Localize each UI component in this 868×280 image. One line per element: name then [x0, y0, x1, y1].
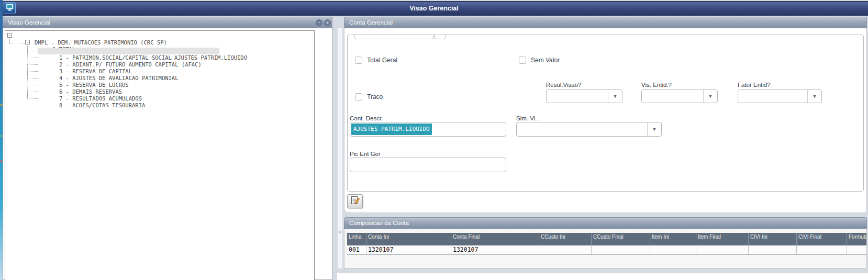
- conta-gerencial-header: Conta Gerencial: [344, 17, 867, 28]
- tree-item-6[interactable]: 6 - DEMAIS RESERVAS: [39, 82, 122, 88]
- tree-item-label: 8 - ACOES/COTAS TESOURARIA: [59, 102, 145, 108]
- grid-col-header: Formula: [847, 233, 867, 245]
- monitor-icon: [5, 3, 14, 14]
- vis-entid-combo[interactable]: ▼: [641, 89, 718, 103]
- grid-col-header: CIVI Final: [797, 233, 847, 245]
- cell-civi-final: [797, 245, 847, 254]
- composicao-header: Composicao da Conta: [344, 217, 867, 229]
- composicao-title: Composicao da Conta: [349, 220, 409, 226]
- cell-item-final: [696, 245, 749, 254]
- minimize-button[interactable]: –: [316, 19, 322, 26]
- left-panel-title: Visao Gerencial: [8, 19, 50, 26]
- composicao-body: Linha Conta Ini Conta Final CCusto Ini C…: [344, 229, 867, 268]
- visao-gerencial-window: Visao Gerencial Visao Gerencial – x: [0, 0, 868, 280]
- grid-col-header: Conta Ini: [366, 233, 451, 245]
- background-speck: [1, 160, 2, 162]
- tree-item-1-extra: AJUSTES PATRIM.LIQUIDO: [154, 48, 247, 54]
- cont-descr-label: Cont. Descr.: [350, 115, 383, 121]
- pic-ent-ger-input[interactable]: [350, 158, 506, 172]
- tree-connector: [27, 92, 38, 92]
- conta-gerencial-title: Conta Gerencial: [349, 19, 393, 26]
- vis-entid-value: [642, 90, 703, 103]
- cont-descr-input[interactable]: AJUSTES PATRIM.LIQUIDO: [350, 122, 506, 137]
- sim-vl-value: [517, 122, 647, 136]
- tree-group-node[interactable]: 9-TOTAL: [32, 39, 75, 46]
- fator-entid-value: [738, 90, 807, 103]
- background-speck: [1, 135, 2, 137]
- window-titlebar: Visao Gerencial: [0, 1, 868, 16]
- account-tree: - DMPL - DEM. MUTACOES PATRIMONIO (CRC S…: [5, 30, 315, 280]
- top-partial-field[interactable]: [354, 35, 434, 39]
- cell-civi-ini: [749, 245, 797, 254]
- cell-conta-final: 1320107: [451, 245, 539, 254]
- tree-root-node[interactable]: DMPL - DEM. MUTACOES PATRIMONIO (CRC SP): [15, 32, 167, 39]
- pic-ent-ger-label: Pic Ent Ger: [350, 151, 381, 157]
- resul-visao-value: [547, 90, 608, 103]
- edit-note-icon: [350, 195, 360, 207]
- tree-connector: [27, 64, 38, 65]
- tree-connector: [27, 78, 38, 79]
- cell-linha: 001: [347, 245, 366, 254]
- grid-col-header: CIVI Ini: [749, 233, 797, 245]
- chevron-down-icon[interactable]: ▼: [703, 90, 717, 103]
- fator-entid-label: Fator Entid?: [738, 82, 771, 88]
- minimize-icon: –: [318, 20, 320, 25]
- grid-col-header: Conta Final: [451, 233, 539, 245]
- conta-gerencial-form: Total Geral Sem Valor Traco Resul.Visao?…: [347, 35, 864, 192]
- tree-expander-icon[interactable]: -: [25, 40, 30, 44]
- tree-item-3[interactable]: 3 - RESERVA DE CAPITAL: [39, 61, 132, 68]
- top-partial-dropdown-button[interactable]: [435, 35, 446, 39]
- total-geral-checkbox[interactable]: [355, 57, 362, 64]
- chevron-down-icon[interactable]: ▼: [807, 90, 821, 103]
- close-icon: x: [326, 20, 329, 25]
- grid-col-header: Item Final: [696, 233, 749, 245]
- tree-item-8[interactable]: 8 - ACOES/COTAS TESOURARIA: [39, 95, 145, 102]
- sim-vl-combo[interactable]: ▼: [516, 122, 662, 137]
- cell-ccusto-final: [592, 245, 650, 254]
- tree-expander-icon[interactable]: -: [7, 33, 12, 38]
- table-row[interactable]: 001 1320107 1320107: [347, 245, 867, 255]
- resul-visao-combo[interactable]: ▼: [546, 89, 622, 103]
- cell-ccusto-ini: [539, 245, 592, 254]
- window-title: Visao Gerencial: [0, 2, 868, 16]
- edit-note-button[interactable]: [347, 194, 363, 208]
- tree-connector: [27, 46, 28, 99]
- grid-col-header: CCusto Ini: [539, 233, 592, 245]
- traco-checkbox[interactable]: [355, 93, 362, 100]
- app-menu-button[interactable]: [4, 2, 16, 14]
- total-geral-label: Total Geral: [367, 57, 397, 64]
- tree-connector: [27, 85, 38, 85]
- background-speck: [1, 104, 2, 106]
- minus-glyph: -: [26, 40, 29, 44]
- chevron-down-icon[interactable]: ▼: [608, 90, 622, 103]
- grid-col-header: CCusto Final: [592, 233, 650, 245]
- chevron-down-icon[interactable]: ▼: [647, 122, 661, 136]
- composicao-grid: Linha Conta Ini Conta Final CCusto Ini C…: [347, 233, 867, 255]
- tree-connector: [27, 71, 38, 72]
- tree-item-7[interactable]: 7 - RESULTADOS ACUMULADOS: [39, 88, 142, 95]
- sem-valor-checkbox[interactable]: [519, 57, 526, 64]
- cont-descr-selected-text: AJUSTES PATRIM.LIQUIDO: [351, 124, 432, 135]
- background-window-edge: [0, 0, 3, 280]
- close-button[interactable]: x: [324, 19, 331, 26]
- tree-item-1[interactable]: 1 - PATRIMON.SOCIAL/CAPITAL SOCIAL: [39, 48, 172, 54]
- grid-header-row: Linha Conta Ini Conta Final CCusto Ini C…: [347, 233, 867, 245]
- grid-col-header: Item Ini: [650, 233, 696, 245]
- tree-item-4[interactable]: 4 - AJUSTES DE AVALIACAO PATRIMONIAL: [39, 68, 179, 75]
- chevron-left-glyph: <: [339, 229, 342, 235]
- minus-glyph: -: [8, 33, 11, 38]
- collapse-left-icon[interactable]: <: [338, 228, 343, 236]
- traco-label: Traco: [367, 93, 383, 100]
- cell-conta-ini: 1320107: [366, 245, 451, 254]
- fator-entid-combo[interactable]: ▼: [738, 89, 822, 103]
- left-panel-header: Visao Gerencial: [3, 17, 332, 28]
- tree-item-5[interactable]: 5 - RESERVA DE LUCROS: [39, 75, 129, 82]
- vis-entid-label: Vis. Entid.?: [641, 82, 672, 88]
- sim-vl-label: Sim. Vl.: [516, 115, 537, 121]
- tree-connector: [27, 98, 38, 99]
- sem-valor-label: Sem Valor: [531, 57, 560, 64]
- cell-formula: [847, 245, 867, 254]
- cell-item-ini: [650, 245, 696, 254]
- resul-visao-label: Resul.Visao?: [546, 82, 582, 88]
- tree-item-2[interactable]: 2 - ADIANT.P/ FUTURO AUMENTO CAPITAL (AF…: [39, 54, 202, 61]
